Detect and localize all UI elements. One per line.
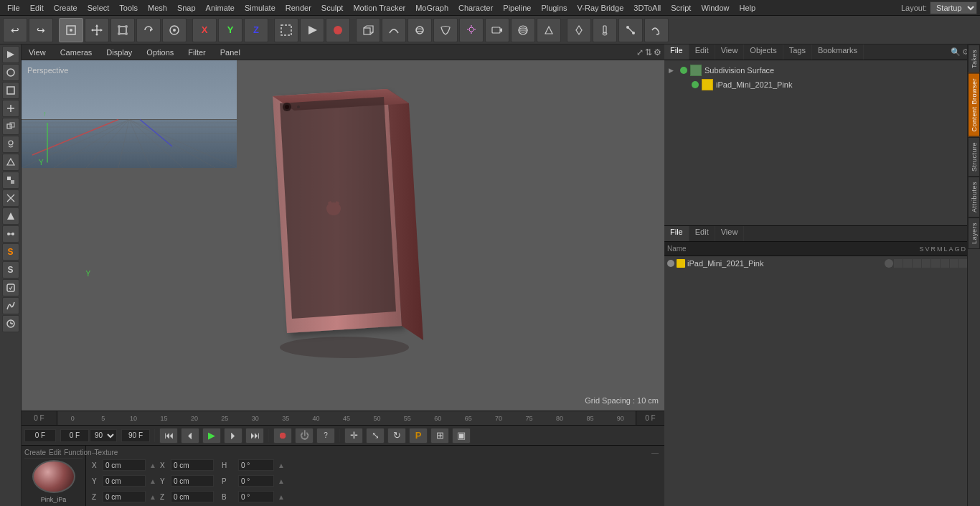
menu-snap[interactable]: Snap bbox=[173, 2, 200, 14]
obj-col-a[interactable] bbox=[931, 259, 940, 268]
menu-edit[interactable]: Edit bbox=[26, 2, 48, 14]
move-tool-btn[interactable] bbox=[567, 18, 591, 42]
obj-col-m[interactable] bbox=[913, 259, 921, 268]
coord-z-size[interactable] bbox=[171, 491, 214, 502]
obj-row-ipad[interactable]: iPad_Mini_2021_Pink bbox=[664, 256, 980, 271]
vtab-content-browser[interactable]: Content Browser bbox=[968, 73, 980, 137]
coord-b-rot[interactable] bbox=[238, 491, 274, 502]
paint-btn[interactable] bbox=[593, 18, 617, 42]
rp-tab-tags[interactable]: Tags bbox=[783, 44, 812, 60]
vp-menu-cameras[interactable]: Cameras bbox=[56, 47, 97, 58]
snake-btn[interactable] bbox=[644, 18, 669, 42]
rotate-button[interactable] bbox=[136, 18, 161, 42]
light-button[interactable] bbox=[459, 18, 484, 42]
y-axis-button[interactable]: Y bbox=[218, 18, 242, 42]
universal-button[interactable] bbox=[162, 18, 187, 42]
x-axis-button[interactable]: X bbox=[192, 18, 217, 42]
lp-btn-12[interactable]: S bbox=[2, 243, 19, 261]
anim-prev-btn[interactable]: ⏴ bbox=[181, 428, 199, 444]
rp-tab-view[interactable]: View bbox=[715, 44, 745, 60]
deformer-button[interactable] bbox=[433, 18, 458, 42]
3d-viewport[interactable]: Y ↑ bbox=[22, 60, 664, 411]
mat-edit-btn[interactable]: Edit bbox=[49, 449, 61, 456]
anim-record-btn[interactable]: ⏺ bbox=[273, 428, 292, 444]
obj-col-d[interactable] bbox=[950, 259, 958, 268]
vp-expand-btn[interactable]: ⤢ bbox=[636, 47, 644, 57]
lp-btn-15[interactable] bbox=[2, 297, 19, 314]
move-button[interactable] bbox=[85, 18, 109, 42]
lp-btn-11[interactable] bbox=[2, 225, 19, 243]
anim-next-btn[interactable]: ⏵ bbox=[224, 428, 242, 444]
menu-3dtoall[interactable]: 3DToAll bbox=[629, 2, 665, 14]
menu-help[interactable]: Help bbox=[735, 2, 760, 14]
render-active-button[interactable] bbox=[326, 18, 350, 42]
coord-x-pos[interactable] bbox=[103, 459, 146, 471]
material-thumbnail[interactable] bbox=[32, 460, 75, 493]
vp-settings-btn[interactable]: ⚙ bbox=[654, 47, 661, 57]
obj-tab-view[interactable]: View bbox=[715, 226, 745, 241]
vtab-attributes[interactable]: Attributes bbox=[968, 177, 980, 217]
redo-button[interactable]: ↪ bbox=[29, 18, 53, 42]
menu-select[interactable]: Select bbox=[83, 2, 114, 14]
curve-button[interactable] bbox=[382, 18, 406, 42]
vp-sync-btn[interactable]: ⇅ bbox=[645, 47, 652, 57]
rp-tab-bookmarks[interactable]: Bookmarks bbox=[812, 44, 864, 60]
lp-btn-5[interactable] bbox=[2, 118, 19, 135]
camera-button[interactable] bbox=[485, 18, 509, 42]
lp-btn-10[interactable] bbox=[2, 207, 19, 225]
anim-grid-btn[interactable]: ⊞ bbox=[430, 428, 449, 444]
model-mode-button[interactable] bbox=[59, 18, 83, 42]
menu-tools[interactable]: Tools bbox=[115, 2, 142, 14]
menu-plugins[interactable]: Plugins bbox=[537, 2, 571, 14]
anim-p-btn[interactable]: P bbox=[409, 428, 428, 444]
lp-btn-4[interactable] bbox=[2, 100, 19, 117]
vp-menu-display[interactable]: Display bbox=[102, 47, 136, 58]
anim-end-field[interactable] bbox=[121, 429, 150, 442]
tree-item-subdivision[interactable]: ▶ Subdivision Surface ✓ · bbox=[666, 63, 979, 78]
render-view-button[interactable] bbox=[300, 18, 324, 42]
lp-btn-1[interactable] bbox=[2, 46, 19, 63]
z-axis-button[interactable]: Z bbox=[244, 18, 268, 42]
menu-sculpt[interactable]: Sculpt bbox=[317, 2, 348, 14]
cube-button[interactable] bbox=[356, 18, 380, 42]
menu-file[interactable]: File bbox=[3, 2, 24, 14]
lp-btn-6[interactable] bbox=[2, 136, 19, 153]
anim-play-btn[interactable]: ▶ bbox=[202, 428, 221, 444]
anim-scale-tool[interactable]: ⤡ bbox=[366, 428, 385, 444]
anim-start-field[interactable] bbox=[60, 429, 89, 442]
menu-render[interactable]: Render bbox=[281, 2, 316, 14]
obj-col-s[interactable] bbox=[885, 259, 893, 268]
coord-h-rot[interactable] bbox=[238, 459, 274, 471]
nurbs-button[interactable] bbox=[407, 18, 432, 42]
coord-y-size[interactable] bbox=[171, 475, 214, 487]
anim-autokey-btn[interactable]: ⏻ bbox=[295, 428, 314, 444]
anim-rotate-tool[interactable]: ↻ bbox=[387, 428, 406, 444]
menu-character[interactable]: Character bbox=[454, 2, 497, 14]
undo-button[interactable]: ↩ bbox=[3, 18, 27, 42]
lp-btn-7[interactable] bbox=[2, 154, 19, 171]
anim-move-tool[interactable]: ✛ bbox=[344, 428, 363, 444]
lp-btn-3[interactable] bbox=[2, 82, 19, 99]
menu-script[interactable]: Script bbox=[666, 2, 695, 14]
obj-col-r[interactable] bbox=[903, 259, 912, 268]
coord-y-pos[interactable] bbox=[103, 475, 146, 487]
layout-dropdown[interactable]: Startup bbox=[930, 1, 977, 14]
rp-tab-edit[interactable]: Edit bbox=[689, 44, 715, 60]
lp-btn-14[interactable] bbox=[2, 279, 19, 296]
menu-mograph[interactable]: MoGraph bbox=[411, 2, 453, 14]
vtab-layers[interactable]: Layers bbox=[968, 217, 980, 249]
obj-vis-btn[interactable] bbox=[667, 260, 674, 267]
current-frame-field[interactable] bbox=[24, 429, 56, 442]
scene-search-icon[interactable]: 🔍 bbox=[951, 47, 961, 57]
obj-col-l[interactable] bbox=[922, 259, 930, 268]
rp-tab-file[interactable]: File bbox=[664, 44, 689, 60]
menu-mesh[interactable]: Mesh bbox=[143, 2, 171, 14]
menu-create[interactable]: Create bbox=[50, 2, 82, 14]
lp-btn-8[interactable] bbox=[2, 172, 19, 189]
vtab-structure[interactable]: Structure bbox=[968, 137, 980, 177]
obj-col-v[interactable] bbox=[894, 259, 903, 268]
shader-button[interactable] bbox=[537, 18, 561, 42]
anim-end-btn[interactable]: ⏭ bbox=[245, 428, 264, 444]
vp-menu-filter[interactable]: Filter bbox=[184, 47, 209, 58]
scale-button[interactable] bbox=[110, 18, 135, 42]
